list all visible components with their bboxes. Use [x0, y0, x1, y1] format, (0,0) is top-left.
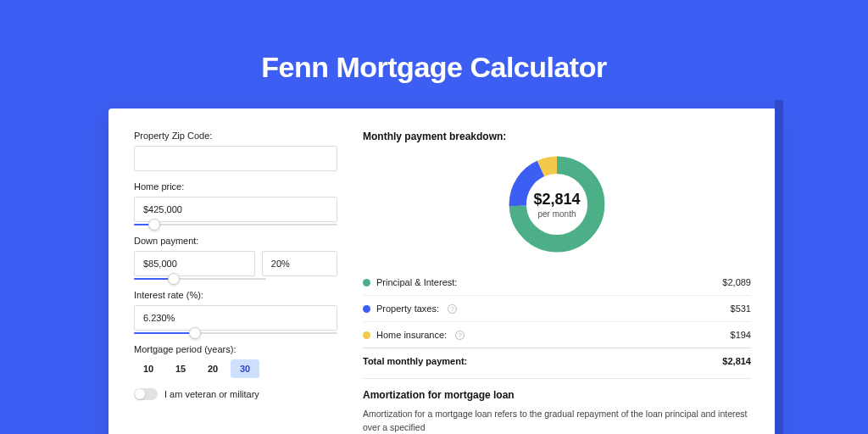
donut-chart: $2,814 per month	[505, 153, 609, 256]
legend-label: Home insurance:	[376, 330, 447, 340]
amortization-block: Amortization for mortgage loan Amortizat…	[363, 378, 751, 434]
veteran-toggle[interactable]	[134, 388, 158, 400]
info-icon[interactable]: ?	[455, 331, 465, 340]
down-payment-amount-input[interactable]	[134, 251, 255, 276]
zip-label: Property Zip Code:	[134, 131, 337, 141]
donut-amount: $2,814	[533, 191, 580, 209]
legend-dot	[363, 331, 370, 339]
breakdown-column: Monthly payment breakdown: $2,814 per mo…	[363, 131, 751, 434]
legend-row: Home insurance:?$194	[363, 322, 751, 348]
period-label: Mortgage period (years):	[134, 344, 337, 354]
legend-label: Principal & Interest:	[376, 277, 457, 287]
total-value: $2,814	[722, 356, 751, 366]
total-row: Total monthly payment: $2,814	[363, 348, 751, 378]
donut-chart-wrap: $2,814 per month	[363, 151, 751, 270]
form-column: Property Zip Code: Home price: Down paym…	[134, 131, 337, 434]
home-price-slider[interactable]	[134, 224, 337, 225]
donut-sublabel: per month	[537, 209, 576, 219]
home-price-label: Home price:	[134, 181, 337, 192]
period-group: Mortgage period (years): 10152030	[134, 344, 337, 378]
total-label: Total monthly payment:	[363, 356, 467, 366]
down-payment-label: Down payment:	[134, 236, 337, 246]
info-icon[interactable]: ?	[448, 304, 457, 314]
period-option-30[interactable]: 30	[231, 359, 259, 378]
interest-rate-group: Interest rate (%):	[134, 290, 337, 334]
veteran-toggle-row: I am veteran or military	[134, 388, 337, 400]
home-price-group: Home price:	[134, 181, 337, 225]
down-payment-slider[interactable]	[134, 278, 266, 280]
legend-label: Property taxes:	[376, 303, 439, 314]
legend-dot	[363, 279, 370, 287]
legend-value: $531	[731, 303, 751, 314]
donut-center: $2,814 per month	[505, 153, 609, 256]
slider-thumb[interactable]	[148, 219, 160, 231]
legend-dot	[363, 305, 370, 313]
period-option-10[interactable]: 10	[134, 359, 163, 378]
period-option-15[interactable]: 15	[166, 359, 195, 378]
calculator-card: Property Zip Code: Home price: Down paym…	[108, 108, 776, 434]
zip-field-group: Property Zip Code:	[134, 131, 337, 171]
legend-value: $194	[731, 330, 751, 340]
down-payment-group: Down payment:	[134, 236, 337, 280]
page-title: Fenn Mortgage Calculator	[0, 0, 868, 84]
legend-row: Property taxes:?$531	[363, 296, 751, 322]
zip-input[interactable]	[134, 146, 337, 171]
home-price-input[interactable]	[134, 197, 337, 222]
amortization-heading: Amortization for mortgage loan	[363, 389, 751, 401]
slider-thumb[interactable]	[189, 327, 201, 339]
interest-rate-label: Interest rate (%):	[134, 290, 337, 300]
down-payment-pct-input[interactable]	[262, 251, 337, 276]
interest-rate-input[interactable]	[134, 305, 337, 331]
amortization-text: Amortization for a mortgage loan refers …	[363, 408, 751, 434]
period-option-20[interactable]: 20	[198, 359, 227, 378]
legend-row: Principal & Interest:$2,089	[363, 270, 751, 296]
breakdown-heading: Monthly payment breakdown:	[363, 131, 751, 142]
slider-thumb[interactable]	[168, 273, 180, 285]
interest-rate-slider[interactable]	[134, 332, 337, 334]
veteran-label: I am veteran or military	[164, 389, 259, 399]
legend-value: $2,089	[722, 277, 751, 287]
